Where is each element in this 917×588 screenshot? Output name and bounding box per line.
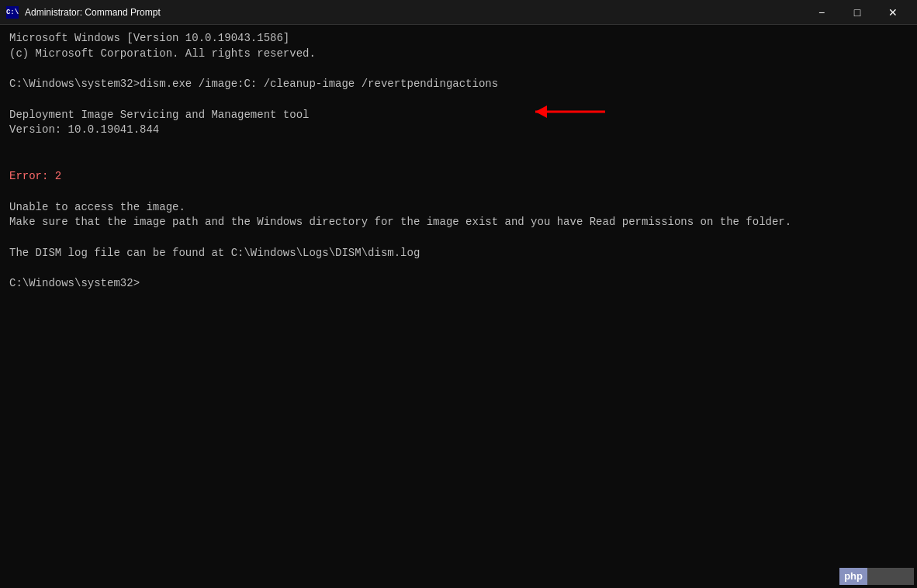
titlebar-left: C:\ Administrator: Command Prompt [6,6,161,19]
terminal-line: Deployment Image Servicing and Managemen… [9,108,908,123]
terminal-line: Make sure that the image path and the Wi… [9,215,908,230]
terminal-line [9,61,908,77]
terminal-line [9,230,908,246]
terminal-line [9,92,908,108]
terminal-line: Error: 2 [9,169,908,185]
terminal[interactable]: Microsoft Windows [Version 10.0.19043.15… [0,25,917,588]
titlebar: C:\ Administrator: Command Prompt − □ ✕ [0,0,917,25]
php-label: php [839,568,867,585]
php-extra [867,568,914,585]
terminal-line: Unable to access the image. [9,200,908,216]
close-button[interactable]: ✕ [875,0,911,25]
terminal-line [9,138,908,154]
terminal-line [9,261,908,276]
terminal-line: C:\Windows\system32>dism.exe /image:C: /… [9,77,908,92]
titlebar-controls: − □ ✕ [804,0,911,25]
terminal-line: The DISM log file can be found at C:\Win… [9,246,908,261]
terminal-line: (c) Microsoft Corporation. All rights re… [9,47,908,62]
terminal-line [9,154,908,169]
titlebar-title: Administrator: Command Prompt [25,7,161,18]
cmd-icon: C:\ [6,6,19,19]
terminal-line: C:\Windows\system32> [9,276,908,292]
terminal-output: Microsoft Windows [Version 10.0.19043.15… [9,31,908,292]
terminal-line [9,185,908,200]
php-badge: php [839,568,914,585]
php-text: php [844,569,863,583]
terminal-line: Version: 10.0.19041.844 [9,123,908,138]
minimize-button[interactable]: − [804,0,839,25]
maximize-button[interactable]: □ [839,0,875,25]
terminal-line: Microsoft Windows [Version 10.0.19043.15… [9,31,908,47]
